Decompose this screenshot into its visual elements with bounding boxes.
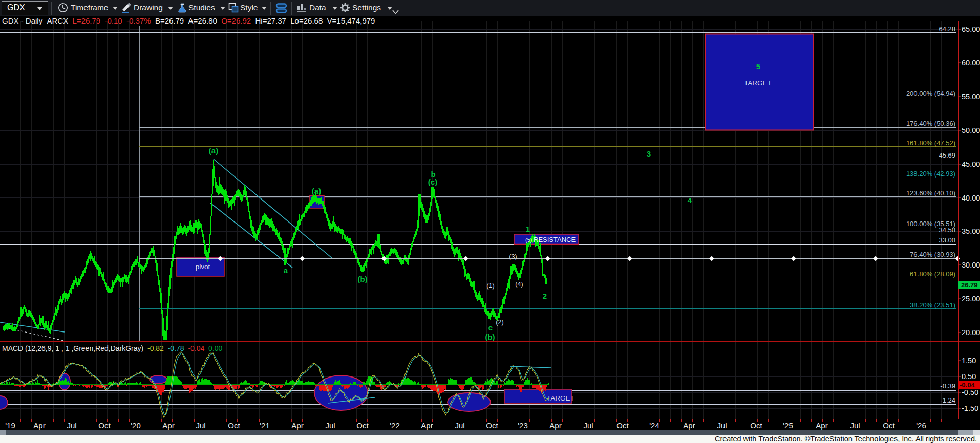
svg-text:Oct: Oct — [616, 421, 629, 430]
svg-text:'19: '19 — [5, 421, 15, 430]
svg-text:(1): (1) — [486, 282, 494, 290]
svg-text:1: 1 — [526, 225, 530, 233]
svg-text:(b): (b) — [485, 333, 495, 341]
svg-text:-0.04: -0.04 — [960, 381, 975, 389]
svg-text:34.50: 34.50 — [939, 226, 955, 234]
svg-text:Apr: Apr — [421, 421, 433, 430]
svg-text:Jul: Jul — [67, 421, 76, 430]
svg-text:RESISTANCE: RESISTANCE — [534, 236, 576, 243]
svg-text:64.28: 64.28 — [939, 25, 955, 33]
svg-text:'21: '21 — [260, 421, 270, 430]
svg-text:Jul: Jul — [583, 421, 593, 430]
svg-text:26.79: 26.79 — [961, 281, 978, 289]
svg-text:'23: '23 — [518, 421, 528, 430]
svg-text:45.00: 45.00 — [962, 160, 980, 168]
svg-text:(5): (5) — [525, 237, 532, 243]
svg-text:0.50: 0.50 — [962, 372, 976, 381]
svg-text:3: 3 — [647, 149, 651, 158]
svg-text:(4): (4) — [515, 281, 523, 288]
svg-text:61.80% (28.09): 61.80% (28.09) — [910, 270, 955, 278]
svg-text:'26: '26 — [916, 421, 926, 430]
svg-text:TARGET: TARGET — [547, 394, 574, 402]
svg-text:(a): (a) — [312, 187, 321, 195]
svg-text:(b): (b) — [357, 275, 367, 283]
svg-text:Jul: Jul — [850, 421, 860, 430]
svg-text:161.80% (47.52): 161.80% (47.52) — [906, 139, 955, 147]
svg-text:'20: '20 — [131, 421, 141, 430]
svg-text:-0.39: -0.39 — [940, 382, 955, 390]
svg-text:65.00: 65.00 — [962, 25, 980, 33]
svg-text:35.00: 35.00 — [962, 227, 980, 235]
svg-text:76.40% (30.93): 76.40% (30.93) — [910, 251, 955, 258]
svg-text:50.00: 50.00 — [962, 126, 980, 135]
svg-text:33.00: 33.00 — [939, 236, 955, 244]
svg-text:Jul: Jul — [196, 421, 205, 430]
svg-text:1.50: 1.50 — [962, 357, 976, 365]
svg-text:40.00: 40.00 — [962, 194, 980, 202]
svg-text:Jul: Jul — [325, 421, 335, 430]
svg-text:Apr: Apr — [33, 421, 45, 430]
svg-text:Oct: Oct — [750, 421, 762, 430]
svg-text:45.69: 45.69 — [939, 151, 955, 159]
svg-text:(c): (c) — [428, 178, 437, 186]
svg-text:c: c — [488, 323, 493, 332]
svg-text:-1.50: -1.50 — [962, 404, 978, 412]
svg-text:(3): (3) — [509, 253, 517, 260]
svg-text:Apr: Apr — [816, 421, 827, 430]
svg-text:123.60% (40.10): 123.60% (40.10) — [906, 189, 955, 197]
svg-text:2: 2 — [543, 292, 547, 300]
svg-text:a: a — [284, 266, 288, 275]
svg-text:20.00: 20.00 — [962, 328, 980, 337]
svg-text:Oct: Oct — [883, 421, 895, 430]
svg-text:(a): (a) — [209, 146, 218, 155]
svg-text:176.40% (50.36): 176.40% (50.36) — [906, 120, 955, 127]
svg-text:pivot: pivot — [196, 263, 210, 271]
svg-text:-0.50: -0.50 — [962, 388, 978, 396]
svg-text:Apr: Apr — [162, 421, 174, 430]
svg-text:(2): (2) — [496, 319, 503, 326]
svg-text:Jul: Jul — [455, 421, 464, 430]
svg-text:Oct: Oct — [356, 421, 369, 430]
svg-text:60.00: 60.00 — [962, 59, 980, 67]
svg-text:MACD (12,26,9, 1 , 1 ,Green,Re: MACD (12,26,9, 1 , 1 ,Green,Red,DarkGray… — [2, 344, 223, 352]
svg-text:Apr: Apr — [291, 421, 303, 430]
svg-text:5: 5 — [756, 62, 760, 71]
svg-text:Oct: Oct — [228, 421, 240, 430]
svg-text:Oct: Oct — [98, 421, 111, 430]
svg-text:55.00: 55.00 — [962, 93, 980, 101]
svg-text:30.00: 30.00 — [962, 261, 980, 269]
svg-text:200.00% (54.94): 200.00% (54.94) — [906, 90, 955, 97]
svg-text:'22: '22 — [390, 421, 400, 430]
svg-text:38.20% (23.51): 38.20% (23.51) — [910, 301, 955, 309]
svg-text:Apr: Apr — [683, 421, 695, 430]
svg-text:'24: '24 — [649, 421, 659, 430]
svg-text:25.00: 25.00 — [962, 295, 980, 303]
svg-text:TARGET: TARGET — [744, 79, 772, 87]
svg-text:138.20% (42.93): 138.20% (42.93) — [906, 170, 955, 178]
svg-text:Created with TradeStation. ©Tr: Created with TradeStation. ©TradeStation… — [715, 435, 977, 443]
svg-text:Oct: Oct — [486, 421, 498, 430]
svg-text:'25: '25 — [783, 421, 793, 430]
svg-text:-1.24: -1.24 — [940, 396, 955, 404]
svg-text:Apr: Apr — [549, 421, 561, 430]
svg-text:Jul: Jul — [717, 421, 727, 430]
svg-text:4: 4 — [688, 196, 692, 205]
